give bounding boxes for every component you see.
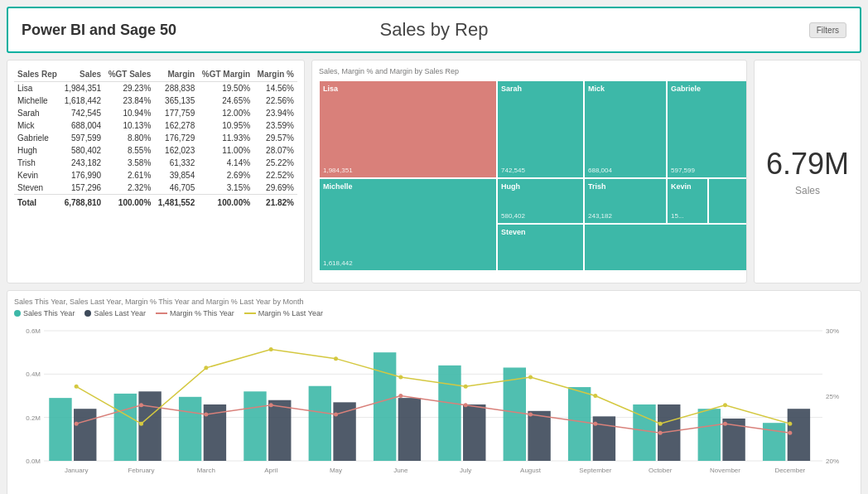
table-cell: 10.13%: [104, 119, 154, 132]
svg-rect-15: [309, 386, 331, 461]
svg-point-50: [269, 347, 273, 351]
table-cell: 2.69%: [198, 169, 253, 182]
legend-label: Margin % This Year: [170, 309, 234, 317]
table-row: Steven157,2962.32%46,7053.15%29.69%: [14, 182, 297, 195]
svg-rect-13: [179, 397, 201, 461]
table-cell: Trish: [14, 157, 60, 169]
svg-point-43: [593, 422, 597, 426]
legend-dot: [156, 312, 167, 314]
svg-point-51: [334, 356, 338, 361]
combo-chart-title: Sales This Year, Sales Last Year, Margin…: [14, 298, 854, 306]
svg-rect-26: [268, 400, 291, 461]
svg-text:November: November: [710, 467, 740, 474]
svg-text:December: December: [774, 467, 805, 474]
treemap-cell-label: Steven: [501, 228, 526, 236]
svg-point-38: [269, 403, 273, 407]
svg-rect-14: [244, 391, 266, 461]
svg-text:April: April: [264, 467, 277, 474]
table-total-cell: 100.00%: [104, 195, 154, 210]
combo-chart-panel: Sales This Year, Sales Last Year, Margin…: [7, 290, 861, 494]
col-header-rep: Sales Rep: [14, 67, 60, 82]
svg-rect-23: [74, 409, 96, 461]
chart-legend: Sales This YearSales Last YearMargin % T…: [14, 309, 854, 317]
table-cell: 365,135: [154, 94, 198, 107]
filter-button[interactable]: Filters: [809, 22, 846, 38]
sales-table-panel: Sales Rep Sales %GT Sales Margin %GT Mar…: [7, 60, 305, 283]
treemap-cell: Gabriele597,599: [667, 80, 747, 178]
table-row: Kevin176,9902.61%39,8542.69%22.52%: [14, 169, 297, 182]
svg-point-36: [139, 403, 143, 407]
table-cell: Gabriele: [14, 132, 60, 144]
legend-label: Margin % Last Year: [258, 309, 323, 317]
svg-point-39: [334, 412, 338, 416]
kpi-panel: 6.79M Sales: [754, 60, 861, 283]
table-cell: 29.57%: [253, 132, 297, 144]
table-cell: 742,545: [60, 107, 104, 119]
table-cell: 288,838: [154, 82, 198, 95]
svg-rect-22: [763, 423, 785, 461]
table-cell: Lisa: [14, 82, 60, 95]
treemap-cell: Trish243,182: [584, 178, 667, 224]
svg-text:30%: 30%: [826, 327, 839, 335]
legend-dot: [244, 312, 256, 314]
header-left-title: Power BI and Sage 50: [22, 22, 228, 39]
legend-item: Sales Last Year: [84, 309, 146, 317]
table-cell: Mick: [14, 119, 60, 132]
table-cell: 8.55%: [104, 144, 154, 157]
svg-point-46: [788, 431, 792, 435]
treemap-title: Sales, Margin % and Margin by Sales Rep: [319, 67, 740, 75]
svg-point-58: [788, 422, 792, 426]
table-row: Hugh580,4028.55%162,02311.00%28.07%: [14, 144, 297, 157]
table-cell: 688,004: [60, 119, 104, 132]
treemap-cell-label: Mick: [588, 85, 605, 93]
table-cell: 1,618,442: [60, 94, 104, 107]
svg-rect-21: [698, 409, 721, 461]
table-total-cell: 21.82%: [253, 195, 297, 210]
table-total-cell: Total: [14, 195, 60, 210]
svg-point-56: [658, 422, 663, 426]
col-header-pgt-sales: %GT Sales: [104, 67, 154, 82]
svg-rect-24: [138, 391, 161, 461]
table-cell: 12.00%: [198, 107, 253, 119]
table-cell: Hugh: [14, 144, 60, 157]
col-header-sales: Sales: [60, 67, 104, 82]
table-cell: 28.07%: [253, 144, 297, 157]
table-cell: 8.80%: [104, 132, 154, 144]
svg-point-42: [528, 412, 533, 416]
svg-text:September: September: [579, 467, 611, 474]
svg-text:July: July: [460, 467, 471, 474]
table-cell: 2.61%: [104, 169, 154, 182]
table-cell: 61,332: [154, 157, 198, 169]
svg-text:20%: 20%: [826, 458, 839, 465]
table-row: Sarah742,54510.94%177,75912.00%23.94%: [14, 107, 297, 119]
svg-rect-11: [49, 398, 71, 461]
table-cell: Sarah: [14, 107, 60, 119]
main-content-row: Sales Rep Sales %GT Sales Margin %GT Mar…: [7, 60, 861, 283]
treemap-cell: Michelle1,618,442: [319, 178, 497, 271]
table-cell: 39,854: [154, 169, 198, 182]
treemap-cell-value: 1,984,351: [323, 167, 353, 174]
treemap-cell-value: 243,182: [588, 212, 612, 220]
svg-point-48: [139, 422, 143, 426]
table-cell: 177,759: [154, 107, 198, 119]
svg-rect-16: [374, 352, 396, 461]
legend-item: Margin % Last Year: [244, 309, 323, 317]
header-bar: Power BI and Sage 50 Sales by Rep Filter…: [7, 7, 861, 53]
table-total-cell: 6,788,810: [60, 195, 104, 210]
table-cell: 23.84%: [104, 94, 154, 107]
table-cell: 3.15%: [198, 182, 253, 195]
treemap-cell: Sarah742,545: [497, 80, 584, 178]
treemap-cell-value: 597,599: [671, 167, 695, 174]
treemap-cell: [708, 178, 747, 224]
table-cell: 23.94%: [253, 107, 297, 119]
treemap-cell-value: 1,618,442: [323, 259, 353, 267]
dashboard-container: Power BI and Sage 50 Sales by Rep Filter…: [0, 0, 868, 494]
svg-point-47: [75, 385, 79, 389]
treemap-cell: [584, 224, 747, 271]
kpi-value: 6.79M: [766, 147, 849, 182]
svg-rect-18: [504, 367, 526, 461]
treemap-cell: Mick688,004: [584, 80, 667, 178]
svg-text:March: March: [197, 467, 215, 474]
right-panels: Sales, Margin % and Margin by Sales Rep …: [311, 60, 861, 283]
svg-rect-19: [568, 387, 591, 461]
